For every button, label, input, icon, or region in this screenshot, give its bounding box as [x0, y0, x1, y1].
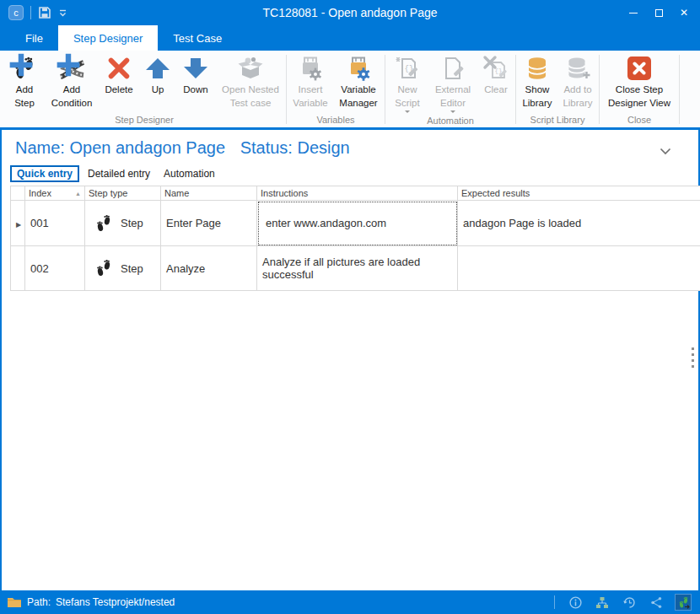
cell-step-type[interactable]: Step — [85, 201, 161, 246]
delete-button[interactable]: Delete — [98, 51, 140, 115]
share-icon — [650, 596, 663, 609]
cell-index[interactable]: 001 — [25, 201, 85, 246]
button-label: Add — [63, 84, 80, 95]
button-label: Clear — [484, 84, 507, 95]
show-steps-toggle[interactable] — [675, 594, 692, 611]
button-label: Library — [563, 98, 592, 109]
group-label-step-designer: Step Designer — [3, 115, 285, 127]
column-label: Index — [29, 188, 51, 198]
footprints-icon — [94, 258, 114, 278]
database-add-icon — [564, 55, 591, 82]
variable-manager-button[interactable]: Variable Manager — [333, 51, 384, 115]
collapse-header-button[interactable] — [660, 143, 671, 159]
external-editor-button[interactable]: External Editor — [428, 51, 477, 116]
tab-detailed-entry[interactable]: Detailed entry — [81, 165, 157, 182]
hierarchy-button[interactable] — [594, 594, 611, 611]
row-selector-cell[interactable]: ▶ — [11, 201, 25, 246]
app-window: TC128081 - Open andagon Page c ✕ — [0, 0, 700, 614]
button-label: Add — [16, 84, 33, 95]
column-header-instructions[interactable]: Instructions — [257, 186, 458, 201]
panel-gripper-handle[interactable] — [692, 347, 694, 368]
ribbon-group-step-designer: Add Step Add — [3, 51, 285, 127]
ribbon-group-variables: Insert Variable — [288, 51, 384, 127]
button-label: Up — [152, 84, 164, 95]
cell-expected-results[interactable] — [458, 246, 700, 291]
up-button[interactable]: Up — [140, 51, 175, 115]
button-label: External — [435, 84, 471, 95]
history-button[interactable] — [621, 594, 638, 611]
tab-step-designer[interactable]: Step Designer — [58, 25, 158, 51]
button-label: Show — [525, 84, 550, 95]
minimize-button[interactable] — [621, 2, 646, 24]
button-label: Test case — [230, 98, 272, 109]
button-label: Library — [522, 98, 552, 109]
down-arrow-icon — [182, 55, 209, 82]
main-content: Name: Open andagon Page Status: Design Q… — [0, 130, 700, 590]
group-label-automation: Automation — [386, 116, 514, 128]
maximize-button[interactable] — [646, 2, 671, 24]
cell-index[interactable]: 002 — [25, 246, 85, 291]
close-step-designer-view-button[interactable]: Close Step Designer View — [600, 51, 678, 115]
column-header-name[interactable]: Name — [161, 186, 257, 201]
database-icon — [524, 55, 551, 82]
testcase-status: Status: Design — [240, 138, 350, 157]
button-label: Delete — [105, 84, 132, 95]
share-button[interactable] — [648, 594, 665, 611]
column-header-expected-results[interactable]: Expected results — [458, 186, 700, 201]
group-separator — [515, 55, 516, 124]
cell-expected-results[interactable]: andagon Page is loaded — [458, 201, 700, 246]
cell-instructions[interactable]: Analyze if all pictures are loaded succe… — [257, 246, 458, 291]
cell-name[interactable]: Enter Page — [161, 201, 257, 246]
path-value: Stefans Testprojekt/nested — [56, 596, 175, 608]
path-label: Path: — [27, 596, 51, 608]
steps-icon — [677, 596, 690, 609]
show-library-button[interactable]: Show Library — [517, 51, 557, 115]
ribbon-group-script-library: Show Library Add to — [517, 51, 598, 127]
add-step-button[interactable]: Add Step — [3, 51, 46, 115]
app-icon[interactable]: c — [8, 5, 24, 20]
open-box-icon — [237, 55, 264, 82]
sitemap-icon — [595, 596, 609, 609]
tab-quick-entry[interactable]: Quick entry — [10, 165, 79, 182]
cell-step-type[interactable]: Step — [85, 246, 161, 291]
history-clock-icon — [623, 596, 636, 609]
footprints-icon — [94, 213, 114, 234]
new-script-button[interactable]: {} New Script — [386, 51, 428, 116]
tab-test-case[interactable]: Test Case — [158, 25, 237, 51]
row-selector-cell[interactable] — [11, 246, 25, 291]
chevron-down-icon — [660, 148, 671, 155]
cell-instructions[interactable]: enter www.andagon.com — [257, 201, 458, 246]
ribbon: Add Step Add — [0, 51, 700, 130]
new-script-icon: {} — [394, 55, 421, 82]
clear-button[interactable]: {} Clear — [477, 51, 514, 116]
column-header-step-type[interactable]: Step type — [85, 186, 161, 201]
column-header-index[interactable]: Index ▲ — [25, 186, 85, 201]
current-row-marker-icon: ▶ — [16, 221, 21, 229]
add-condition-button[interactable]: Add Condition — [46, 51, 98, 115]
save-icon[interactable] — [38, 6, 51, 19]
down-button[interactable]: Down — [175, 51, 216, 115]
add-to-library-button[interactable]: Add to Library — [557, 51, 598, 115]
info-icon — [569, 596, 582, 609]
step-type-label: Step — [121, 217, 143, 229]
clear-icon: {} — [482, 55, 509, 82]
tab-file[interactable]: File — [10, 25, 58, 51]
entry-tab-strip: Quick entry Detailed entry Automation — [10, 165, 698, 182]
cell-name[interactable]: Analyze — [161, 246, 257, 291]
open-nested-testcase-button[interactable]: Open Nested Test case — [216, 51, 285, 115]
folder-icon — [7, 596, 22, 608]
tab-automation[interactable]: Automation — [157, 165, 222, 182]
button-label: Condition — [51, 98, 93, 109]
maximize-icon — [655, 9, 663, 17]
sort-ascending-icon: ▲ — [75, 191, 81, 197]
table-header-row: Index ▲ Step type Name Instructions Expe… — [11, 186, 700, 201]
add-step-icon — [11, 55, 38, 82]
quick-access-dropdown-icon[interactable] — [58, 8, 67, 18]
info-button[interactable] — [567, 594, 584, 611]
close-button[interactable]: ✕ — [671, 2, 697, 24]
row-selector-header[interactable] — [11, 186, 25, 201]
close-icon: ✕ — [680, 8, 688, 18]
insert-variable-button[interactable]: Insert Variable — [288, 51, 333, 115]
step-type-label: Step — [121, 262, 143, 275]
button-label: New — [397, 84, 417, 95]
